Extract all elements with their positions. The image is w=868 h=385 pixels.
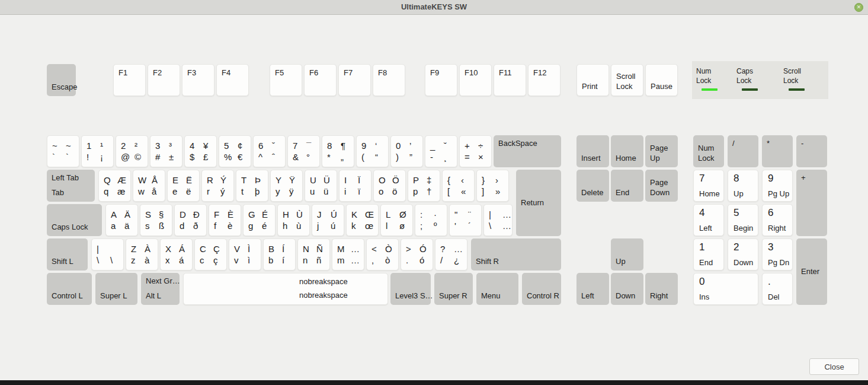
key-l[interactable]: LØlø: [380, 204, 413, 236]
key-kp-4[interactable]: 4Left: [693, 204, 724, 236]
key-grave[interactable]: ~~``: [47, 135, 79, 167]
close-button[interactable]: Close: [809, 358, 859, 375]
key-t[interactable]: TÞtþ: [236, 170, 268, 202]
key-f4[interactable]: F4: [216, 64, 249, 96]
key-kp-divide[interactable]: /: [728, 135, 758, 167]
key-f8[interactable]: F8: [373, 64, 405, 96]
key-2[interactable]: 2²@©: [116, 135, 148, 167]
key-kp-9[interactable]: 9Pg Up: [762, 170, 793, 202]
key-control-l[interactable]: Control L: [47, 273, 92, 305]
key-6[interactable]: 6ˇ^ˆ: [253, 135, 286, 167]
key-equal[interactable]: +÷=×: [459, 135, 492, 167]
key-o[interactable]: OÖoö: [373, 170, 406, 202]
key-d[interactable]: DÐdð: [174, 204, 207, 236]
key-9[interactable]: 9‘(“: [356, 135, 389, 167]
key-f7[interactable]: F7: [338, 64, 371, 96]
key-w[interactable]: WÅwå: [133, 170, 165, 202]
key-super-l[interactable]: Super L: [95, 273, 137, 305]
key-slash[interactable]: ?…/¿: [435, 238, 467, 271]
key-return[interactable]: Return: [516, 170, 561, 236]
key-arrow-right[interactable]: Right: [645, 273, 678, 305]
key-0[interactable]: 0’)”: [390, 135, 423, 167]
key-bracket-left[interactable]: {‹[«: [442, 170, 475, 202]
key-kp-enter[interactable]: Enter: [796, 238, 827, 305]
key-arrow-down[interactable]: Down: [611, 273, 643, 305]
key-shift-r[interactable]: Shift R: [471, 238, 561, 271]
key-tab[interactable]: Left TabTab: [47, 170, 95, 202]
key-kp-2[interactable]: 2Down: [728, 238, 758, 271]
key-f6[interactable]: F6: [304, 64, 337, 96]
key-arrow-left[interactable]: Left: [576, 273, 609, 305]
key-v[interactable]: VÌvì: [229, 238, 261, 271]
key-f3[interactable]: F3: [182, 64, 214, 96]
key-home[interactable]: Home: [611, 135, 643, 167]
key-a[interactable]: AÄaä: [105, 204, 138, 236]
key-intl-backslash[interactable]: |\\: [91, 238, 124, 271]
key-kp-7[interactable]: 7Home: [693, 170, 724, 202]
key-print[interactable]: Print: [576, 64, 609, 96]
key-z[interactable]: ZÀzà: [126, 238, 158, 271]
key-1[interactable]: 1¹!¡: [81, 135, 114, 167]
key-f11[interactable]: F11: [494, 64, 526, 96]
key-kp-3[interactable]: 3Pg Dn: [762, 238, 793, 271]
key-f5[interactable]: F5: [270, 64, 302, 96]
key-e[interactable]: EËeë: [167, 170, 200, 202]
key-f2[interactable]: F2: [148, 64, 180, 96]
key-page-up[interactable]: PageUp: [645, 135, 678, 167]
key-j[interactable]: JÚjú: [312, 204, 344, 236]
key-escape[interactable]: Escape: [47, 64, 76, 96]
key-k[interactable]: KŒkœ: [346, 204, 379, 236]
key-i[interactable]: IÏiï: [339, 170, 371, 202]
key-f[interactable]: FÈfè: [209, 204, 241, 236]
key-u[interactable]: UÜuü: [305, 170, 337, 202]
key-comma[interactable]: <Ò,ò: [366, 238, 399, 271]
key-backslash[interactable]: |…\…: [483, 204, 513, 236]
key-arrow-up[interactable]: Up: [611, 238, 643, 271]
key-caps-lock-key[interactable]: Caps Lock: [47, 204, 102, 236]
key-scroll-lock-key[interactable]: ScrollLock: [611, 64, 643, 96]
key-y[interactable]: YŸyÿ: [270, 170, 303, 202]
key-q[interactable]: QÆqæ: [98, 170, 131, 202]
key-delete[interactable]: Delete: [576, 170, 609, 202]
key-4[interactable]: 4¥$£: [184, 135, 217, 167]
key-r[interactable]: RÝrý: [201, 170, 234, 202]
key-apostrophe[interactable]: "¨'´: [449, 204, 482, 236]
key-space[interactable]: nobreakspacenobreakspace: [183, 273, 388, 305]
key-kp-decimal[interactable]: .Del: [762, 273, 793, 305]
key-backspace[interactable]: BackSpace: [494, 135, 561, 167]
key-n[interactable]: NÑnñ: [297, 238, 330, 271]
key-f1[interactable]: F1: [113, 64, 146, 96]
key-menu[interactable]: Menu: [476, 273, 518, 305]
key-pause[interactable]: Pause: [645, 64, 678, 96]
key-c[interactable]: CÇcç: [194, 238, 227, 271]
key-8[interactable]: 8¶*„: [322, 135, 354, 167]
key-g[interactable]: GÉgé: [243, 204, 276, 236]
key-control-r[interactable]: Control R: [522, 273, 561, 305]
key-m[interactable]: M…m…: [332, 238, 364, 271]
key-period[interactable]: >Ó.ó: [401, 238, 433, 271]
key-kp-6[interactable]: 6Right: [762, 204, 793, 236]
key-5[interactable]: 5¢%€: [219, 135, 251, 167]
key-kp-multiply[interactable]: *: [762, 135, 793, 167]
key-level3-shift[interactable]: Level3 S…: [390, 273, 431, 305]
key-f9[interactable]: F9: [425, 64, 457, 96]
key-kp-8[interactable]: 8Up: [728, 170, 758, 202]
key-kp-plus[interactable]: +: [796, 170, 827, 236]
key-page-down[interactable]: PageDown: [645, 170, 678, 202]
key-kp-minus[interactable]: -: [796, 135, 827, 167]
key-3[interactable]: 3³#±: [150, 135, 182, 167]
key-kp-1[interactable]: 1End: [693, 238, 724, 271]
key-f10[interactable]: F10: [459, 64, 492, 96]
key-semicolon[interactable]: :·;º: [415, 204, 447, 236]
key-bracket-right[interactable]: }›]»: [476, 170, 509, 202]
key-insert[interactable]: Insert: [576, 135, 609, 167]
key-minus[interactable]: _˘-¸: [425, 135, 457, 167]
key-end[interactable]: End: [611, 170, 643, 202]
key-x[interactable]: XÁxá: [160, 238, 193, 271]
key-kp-5[interactable]: 5Begin: [728, 204, 758, 236]
key-7[interactable]: 7¯&°: [287, 135, 320, 167]
key-shift-l[interactable]: Shift L: [47, 238, 88, 271]
key-num-lock-key[interactable]: NumLock: [693, 135, 724, 167]
key-b[interactable]: BÍbí: [263, 238, 296, 271]
key-kp-0[interactable]: 0Ins: [693, 273, 758, 305]
